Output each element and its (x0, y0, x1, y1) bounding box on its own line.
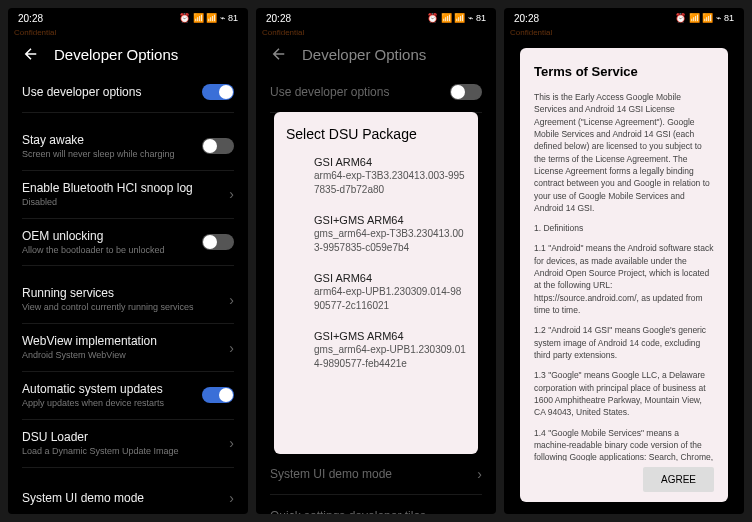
page-header: Developer Options (256, 37, 496, 71)
chevron-right-icon: › (229, 186, 234, 202)
agree-button[interactable]: AGREE (643, 467, 714, 492)
row-use-developer: Use developer options (270, 71, 482, 113)
terms-body[interactable]: This is the Early Access Google Mobile S… (534, 91, 714, 461)
chevron-right-icon: › (229, 490, 234, 506)
back-icon[interactable] (22, 45, 40, 63)
phone-3: 20:28 ⏰ 📶 📶 ⌁81 Confidential Terms of Se… (504, 8, 744, 514)
status-icons: ⏰ 📶 📶 ⌁81 (179, 13, 238, 23)
terms-dialog[interactable]: Terms of Service This is the Early Acces… (520, 48, 728, 502)
row-ui-demo: System UI demo mode › (270, 453, 482, 495)
dsu-package-dialog[interactable]: Select DSU Package GSI ARM64 arm64-exp-T… (274, 112, 478, 454)
page-title: Developer Options (54, 46, 178, 63)
row-hci-snoop[interactable]: Enable Bluetooth HCI snoop logDisabled › (22, 171, 234, 219)
toggle-auto-update[interactable] (202, 387, 234, 403)
toggle-use-developer (450, 84, 482, 100)
toggle-use-developer[interactable] (202, 84, 234, 100)
watermark: Confidential (504, 28, 744, 37)
row-webview[interactable]: WebView implementationAndroid System Web… (22, 324, 234, 372)
chevron-right-icon: › (229, 292, 234, 308)
toggle-stay-awake[interactable] (202, 138, 234, 154)
row-ui-demo[interactable]: System UI demo mode › (22, 478, 234, 514)
status-icons: ⏰ 📶 📶 ⌁81 (675, 13, 734, 23)
phone-1: 20:28 ⏰ 📶 📶 ⌁81 Confidential Developer O… (8, 8, 248, 514)
dialog-title: Terms of Service (534, 64, 714, 79)
watermark: Confidential (8, 28, 248, 37)
back-icon (270, 45, 288, 63)
chevron-right-icon: › (229, 340, 234, 356)
row-quick-tiles: Quick settings developer tiles › (270, 495, 482, 514)
phone-2: 20:28 ⏰ 📶 📶 ⌁81 Confidential Developer O… (256, 8, 496, 514)
page-header: Developer Options (8, 37, 248, 71)
page-title: Developer Options (302, 46, 426, 63)
statusbar: 20:28 ⏰ 📶 📶 ⌁81 (504, 8, 744, 28)
row-running-services[interactable]: Running servicesView and control current… (22, 276, 234, 324)
chevron-right-icon: › (229, 435, 234, 451)
watermark: Confidential (256, 28, 496, 37)
status-icons: ⏰ 📶 📶 ⌁81 (427, 13, 486, 23)
dsu-package-option[interactable]: GSI+GMS ARM64 gms_arm64-exp-UPB1.230309.… (286, 330, 466, 370)
row-stay-awake[interactable]: Stay awakeScreen will never sleep while … (22, 123, 234, 171)
dsu-package-option[interactable]: GSI ARM64 arm64-exp-UPB1.230309.014-9890… (286, 272, 466, 312)
status-time: 20:28 (266, 13, 291, 24)
settings-list[interactable]: Use developer options Stay awakeScreen w… (8, 71, 248, 514)
dsu-package-option[interactable]: GSI ARM64 arm64-exp-T3B3.230413.003-9957… (286, 156, 466, 196)
statusbar: 20:28 ⏰ 📶 📶 ⌁81 (8, 8, 248, 28)
chevron-right-icon: › (477, 508, 482, 515)
statusbar: 20:28 ⏰ 📶 📶 ⌁81 (256, 8, 496, 28)
status-time: 20:28 (18, 13, 43, 24)
row-auto-update[interactable]: Automatic system updatesApply updates wh… (22, 372, 234, 420)
dialog-title: Select DSU Package (286, 126, 466, 142)
dsu-package-option[interactable]: GSI+GMS ARM64 gms_arm64-exp-T3B3.230413.… (286, 214, 466, 254)
chevron-right-icon: › (477, 466, 482, 482)
toggle-oem[interactable] (202, 234, 234, 250)
row-dsu-loader[interactable]: DSU LoaderLoad a Dynamic System Update I… (22, 420, 234, 468)
status-time: 20:28 (514, 13, 539, 24)
row-oem-unlock[interactable]: OEM unlockingAllow the bootloader to be … (22, 219, 234, 267)
row-use-developer[interactable]: Use developer options (22, 71, 234, 113)
